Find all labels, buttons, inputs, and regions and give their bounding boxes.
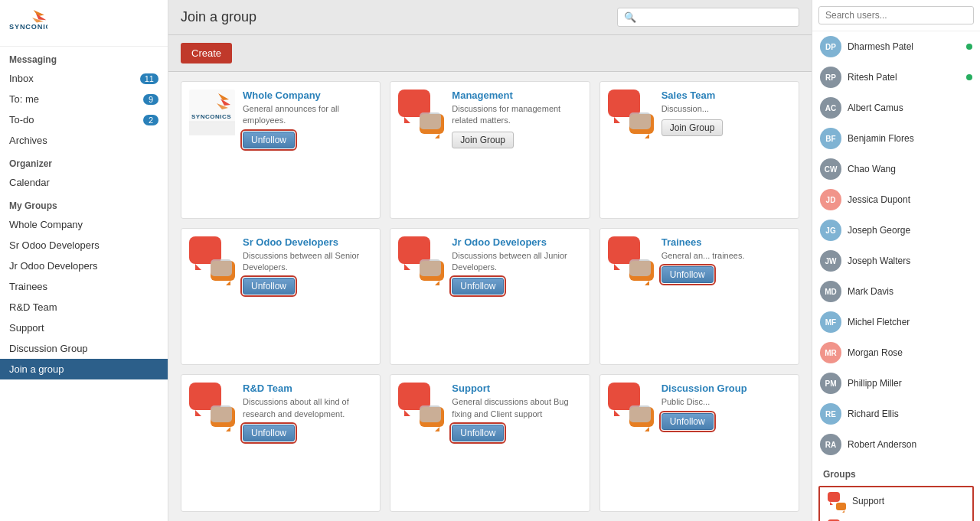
groups-section-wrapper: Groups Support Whole Company Trainees Sr… [812, 460, 980, 521]
sidebar-item-jr-odoo[interactable]: Jr Odoo Developers [0, 256, 168, 276]
user-item-1[interactable]: RP Ritesh Patel [812, 62, 980, 93]
group-btn-jr-odoo[interactable]: Unfollow [452, 278, 504, 295]
online-indicator-1 [966, 74, 972, 80]
group-card-support: Support General discussions about Bug fi… [390, 374, 590, 512]
group-icon-management [398, 90, 444, 135]
sr-odoo-label: Sr Odoo Developers [9, 239, 100, 251]
sidebar-item-support[interactable]: Support [0, 317, 168, 338]
user-avatar-11: PM [820, 373, 841, 394]
user-name-7: Joseph Walters [848, 256, 972, 266]
group-card-sales-team: Sales Team Discussion... Join Group [599, 81, 799, 219]
group-btn-support[interactable]: Unfollow [452, 425, 504, 441]
group-name-support: Support [452, 383, 581, 394]
sidebar-item-trainees[interactable]: Trainees [0, 276, 168, 297]
bubble-icon [608, 90, 654, 135]
todo-badge: 2 [143, 115, 158, 125]
group-btn-sales-team[interactable]: Join Group [662, 119, 724, 136]
group-btn-trainees[interactable]: Unfollow [662, 266, 714, 283]
user-item-0[interactable]: DP Dharmesh Patel [812, 31, 980, 62]
group-desc-discussion: Public Disc... [662, 396, 791, 408]
sidebar-item-whole-company[interactable]: Whole Company [0, 214, 168, 235]
group-btn-management[interactable]: Join Group [452, 132, 514, 148]
user-item-5[interactable]: JD Jessica Dupont [812, 184, 980, 215]
group-info-management: Management Discussions for management re… [452, 90, 581, 148]
create-button[interactable]: Create [181, 43, 232, 63]
svg-marker-1 [34, 10, 44, 16]
group-icon-rd-team [189, 383, 235, 428]
svg-rect-10 [189, 123, 235, 135]
organizer-section-label: Organizer [0, 151, 168, 172]
user-item-7[interactable]: JW Joseph Walters [812, 246, 980, 276]
user-item-10[interactable]: MR Morgan Rose [812, 337, 980, 368]
user-avatar-9: MF [820, 311, 841, 333]
inbox-label: Inbox [9, 73, 34, 84]
sidebar-item-discussion[interactable]: Discussion Group [0, 338, 168, 359]
user-item-12[interactable]: RE Richard Ellis [812, 399, 980, 429]
bubble-chat [629, 405, 651, 422]
user-item-11[interactable]: PM Phillipp Miller [812, 368, 980, 399]
bubble-chat [629, 259, 651, 276]
sidebar-item-inbox[interactable]: Inbox 11 [0, 68, 168, 89]
rd-team-label: R&D Team [9, 301, 57, 313]
group-card-rd-team: R&D Team Discussions about all kind of r… [181, 374, 381, 512]
group-desc-jr-odoo: Discussions between all Junior Developer… [452, 250, 581, 274]
inbox-badge: 11 [140, 73, 158, 84]
group-name-jr-odoo: Jr Odoo Developers [452, 236, 581, 248]
group-info-discussion: Discussion Group Public Disc... Unfollow [662, 383, 791, 429]
group-info-whole-company: Whole Company General announces for all … [243, 90, 372, 148]
group-desc-rd-team: Discussions about all kind of research a… [243, 396, 372, 420]
online-indicator-0 [966, 44, 972, 50]
sidebar-item-tome[interactable]: To: me 9 [0, 89, 168, 109]
group-info-support: Support General discussions about Bug fi… [452, 383, 581, 441]
bubble-icon [608, 236, 654, 282]
user-item-3[interactable]: BF Benjamin Flores [812, 123, 980, 154]
support-label: Support [9, 322, 44, 334]
user-avatar-7: JW [820, 250, 841, 272]
user-item-8[interactable]: MD Mark Davis [812, 276, 980, 307]
user-avatar-1: RP [820, 67, 841, 88]
bubble-chat [211, 405, 232, 422]
sidebar-item-sr-odoo[interactable]: Sr Odoo Developers [0, 235, 168, 256]
group-name-whole-company: Whole Company [243, 90, 372, 101]
user-name-8: Mark Davis [848, 286, 972, 297]
user-avatar-12: RE [820, 403, 841, 425]
user-name-1: Ritesh Patel [848, 72, 960, 83]
group-icon-discussion [608, 383, 654, 428]
user-item-6[interactable]: JG Joseph George [812, 215, 980, 246]
group-btn-discussion[interactable]: Unfollow [662, 413, 714, 430]
user-item-2[interactable]: AC Albert Camus [812, 93, 980, 123]
main-search-box[interactable]: 🔍 [617, 8, 799, 27]
group-desc-support: General discussions about Bug fixing and… [452, 396, 581, 420]
group-btn-whole-company[interactable]: Unfollow [243, 132, 295, 148]
group-name-sales-team: Sales Team [662, 90, 791, 101]
main-content: Join a group 🔍 Create SYNCONICS Whole Co… [168, 0, 812, 521]
user-search-input[interactable] [818, 6, 974, 24]
user-item-9[interactable]: MF Michel Fletcher [812, 307, 980, 337]
user-item-13[interactable]: RA Robert Anderson [812, 429, 980, 460]
group-btn-sr-odoo[interactable]: Unfollow [243, 278, 295, 295]
group-icon-jr-odoo [398, 236, 444, 282]
group-icon-support [398, 383, 444, 428]
users-list: DP Dharmesh Patel RP Ritesh Patel AC Alb… [812, 31, 980, 460]
bubble-chat [629, 112, 651, 129]
user-item-4[interactable]: CW Chao Wang [812, 154, 980, 184]
user-name-4: Chao Wang [848, 164, 972, 174]
sidebar-item-join-group[interactable]: Join a group [0, 359, 168, 379]
group-card-trainees: Trainees General an... trainees. Unfollo… [599, 228, 799, 366]
sidebar-item-calendar[interactable]: Calendar [0, 172, 168, 193]
user-avatar-10: MR [820, 342, 841, 363]
right-group-item-0[interactable]: Support [820, 487, 972, 515]
sidebar-item-rd-team[interactable]: R&D Team [0, 297, 168, 317]
sidebar-item-archives[interactable]: Archives [0, 130, 168, 151]
group-btn-rd-team[interactable]: Unfollow [243, 425, 295, 441]
search-icon: 🔍 [624, 11, 636, 23]
tome-badge: 9 [143, 94, 158, 105]
bubble-icon [189, 383, 235, 428]
bubble-chat [420, 259, 441, 276]
sidebar-item-todo[interactable]: To-do 2 [0, 109, 168, 130]
group-info-sr-odoo: Sr Odoo Developers Discussions between a… [243, 236, 372, 295]
right-group-item-1[interactable]: Whole Company [820, 515, 972, 521]
mini-bubble-big [828, 492, 840, 502]
main-search-input[interactable] [639, 11, 792, 23]
user-name-5: Jessica Dupont [848, 194, 972, 205]
